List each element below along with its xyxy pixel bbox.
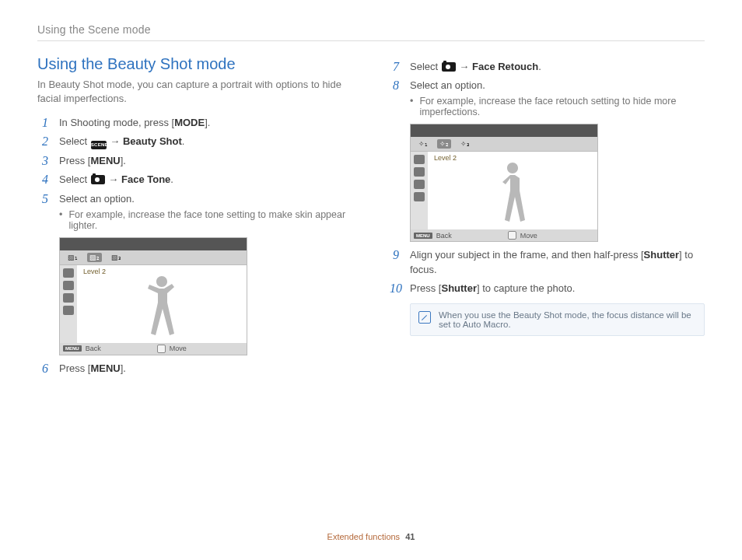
- menu-icon: MENU: [414, 233, 432, 239]
- arrow-text: →: [107, 135, 123, 147]
- mode-button-label: MODE: [174, 117, 205, 128]
- sidebar-icon: [63, 293, 74, 303]
- person-silhouette-icon: [493, 163, 532, 229]
- scene-icon: SCENE: [91, 141, 107, 149]
- preview-footer: MENU Back Move: [411, 229, 597, 241]
- dpad-icon: [157, 345, 166, 353]
- step-text: .: [182, 135, 185, 147]
- step-text: ] to capture the photo.: [477, 282, 575, 294]
- bullet-text: For example, increase the face retouch s…: [419, 96, 705, 117]
- step-number: 2: [37, 135, 53, 149]
- bullet-icon: •: [59, 209, 62, 231]
- step-8-bullet: • For example, increase the face retouch…: [410, 96, 705, 117]
- note-icon: [418, 311, 431, 324]
- preview-sidebar: [411, 152, 428, 229]
- level-option-2: ▧₂: [87, 253, 102, 262]
- step-text: Press [: [59, 155, 90, 166]
- step-text: Select an option.: [59, 192, 354, 206]
- move-label: Move: [520, 232, 537, 240]
- back-label: Back: [86, 345, 101, 352]
- menu-button-label: MENU: [90, 362, 120, 374]
- level-option-1: ✧₁: [417, 139, 429, 149]
- preview-topbar: [411, 124, 597, 137]
- step-text: .: [538, 61, 541, 72]
- step-1: 1 In Shooting mode, press [MODE].: [37, 116, 354, 130]
- move-label: Move: [170, 345, 187, 352]
- preview-canvas: Level 2: [428, 152, 597, 229]
- step-text: ].: [121, 362, 126, 374]
- step-text: In Shooting mode, press [: [59, 117, 174, 128]
- preview-sidebar: [60, 265, 77, 343]
- step-number: 5: [37, 192, 53, 206]
- step-text: .: [170, 173, 173, 185]
- step-text: Select: [59, 135, 90, 147]
- sidebar-icon: [414, 155, 425, 164]
- step-5-bullet: • For example, increase the face tone se…: [59, 209, 354, 231]
- level-label: Level 2: [432, 154, 458, 162]
- step-number: 8: [388, 79, 404, 93]
- step-number: 3: [37, 154, 53, 168]
- preview-topbar: [60, 238, 247, 250]
- shutter-label: Shutter: [441, 282, 477, 294]
- menu-icon: MENU: [63, 345, 82, 352]
- step-number: 1: [37, 116, 53, 130]
- page-footer: Extended functions 41: [0, 532, 742, 541]
- step-text: Align your subject in the frame, and the…: [410, 249, 644, 261]
- right-column: 7 Select → Face Retouch. 8 Select an opt…: [388, 55, 705, 379]
- step-4: 4 Select → Face Tone.: [37, 173, 354, 187]
- bullet-text: For example, increase the face tone sett…: [68, 209, 354, 231]
- beauty-shot-label: Beauty Shot: [123, 135, 182, 147]
- sidebar-icon: [63, 281, 74, 290]
- step-text: ].: [121, 155, 126, 166]
- shutter-label: Shutter: [644, 249, 680, 261]
- step-number: 9: [388, 248, 404, 276]
- section-heading: Using the Beauty Shot mode: [37, 55, 354, 73]
- step-10: 10 Press [Shutter] to capture the photo.: [388, 282, 705, 296]
- step-5: 5 Select an option.: [37, 192, 354, 206]
- bullet-icon: •: [410, 96, 413, 117]
- sidebar-icon: [63, 306, 74, 315]
- step-number: 7: [388, 60, 404, 74]
- person-silhouette-icon: [139, 276, 184, 343]
- step-text: Press [: [410, 282, 441, 294]
- step-text: Select: [410, 61, 441, 72]
- camera-icon: [442, 62, 456, 72]
- page: Using the Scene mode Using the Beauty Sh…: [0, 0, 742, 560]
- footer-page-number: 41: [405, 532, 415, 541]
- arrow-text: →: [106, 173, 121, 185]
- level-option-3: ▧₃: [110, 253, 123, 262]
- face-tone-label: Face Tone: [121, 173, 170, 185]
- note-text: When you use the Beauty Shot mode, the f…: [439, 310, 696, 329]
- face-retouch-label: Face Retouch: [472, 61, 538, 72]
- breadcrumb: Using the Scene mode: [37, 23, 705, 41]
- arrow-text: →: [457, 61, 472, 72]
- back-label: Back: [436, 232, 452, 240]
- level-option-3: ✧₃: [459, 139, 471, 149]
- note-box: When you use the Beauty Shot mode, the f…: [410, 303, 705, 336]
- left-column: Using the Beauty Shot mode In Beauty Sho…: [37, 55, 354, 379]
- face-tone-preview: ▧₁ ▧₂ ▧₃ Level 2: [59, 237, 247, 355]
- step-6: 6 Press [MENU].: [37, 362, 354, 376]
- step-text: Select: [59, 173, 90, 185]
- step-number: 6: [37, 362, 53, 376]
- preview-level-bar: ▧₁ ▧₂ ▧₃: [60, 250, 247, 265]
- sidebar-icon: [414, 192, 425, 201]
- step-2: 2 Select SCENE → Beauty Shot.: [37, 135, 354, 149]
- preview-footer: MENU Back Move: [60, 343, 247, 355]
- preview-canvas: Level 2: [77, 265, 247, 343]
- step-3: 3 Press [MENU].: [37, 154, 354, 168]
- sidebar-icon: [414, 167, 425, 177]
- step-text: Select an option.: [410, 79, 705, 93]
- footer-section: Extended functions: [327, 532, 401, 541]
- sidebar-icon: [63, 268, 74, 278]
- step-text: ].: [205, 117, 210, 128]
- dpad-icon: [508, 231, 516, 240]
- step-number: 10: [388, 282, 404, 296]
- face-retouch-preview: ✧₁ ✧₂ ✧₃ Level 2: [410, 124, 598, 242]
- step-text: Press [: [59, 362, 90, 374]
- intro-text: In Beauty Shot mode, you can capture a p…: [37, 78, 354, 105]
- level-option-1: ▧₁: [66, 253, 79, 262]
- step-9: 9 Align your subject in the frame, and t…: [388, 248, 705, 276]
- level-option-2: ✧₂: [437, 139, 451, 149]
- preview-level-bar: ✧₁ ✧₂ ✧₃: [411, 137, 597, 152]
